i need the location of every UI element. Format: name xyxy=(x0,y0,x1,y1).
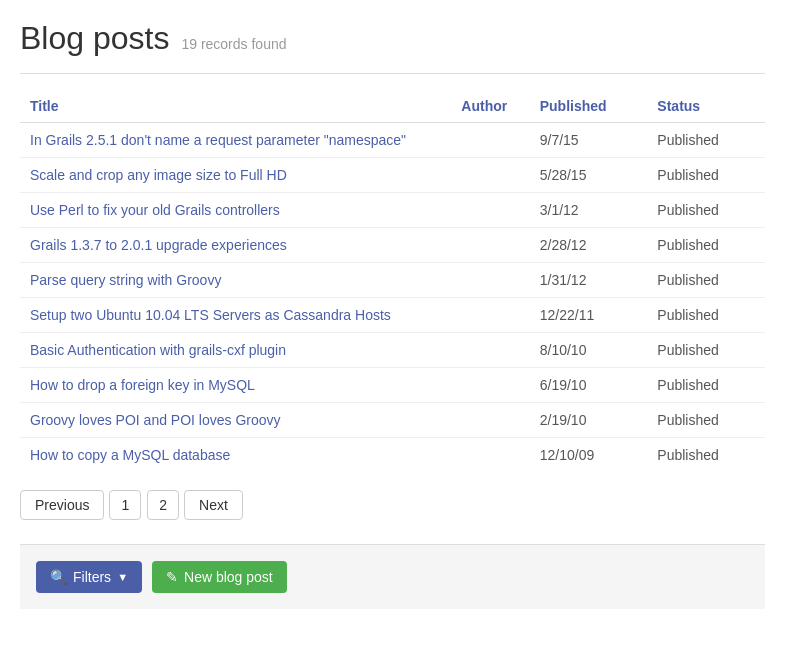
cell-author xyxy=(451,298,529,333)
cell-title: How to copy a MySQL database xyxy=(20,438,451,473)
cell-published: 1/31/12 xyxy=(530,263,648,298)
cell-title: In Grails 2.5.1 don't name a request par… xyxy=(20,123,451,158)
post-link[interactable]: Grails 1.3.7 to 2.0.1 upgrade experience… xyxy=(30,237,287,253)
cell-author xyxy=(451,193,529,228)
new-post-button[interactable]: ✎ New blog post xyxy=(152,561,287,593)
table-row: How to drop a foreign key in MySQL6/19/1… xyxy=(20,368,765,403)
cell-published: 9/7/15 xyxy=(530,123,648,158)
cell-status: Published xyxy=(647,228,765,263)
cell-status: Published xyxy=(647,298,765,333)
cell-status: Published xyxy=(647,263,765,298)
table-header-row: Title Author Published Status xyxy=(20,90,765,123)
cell-status: Published xyxy=(647,368,765,403)
cell-author xyxy=(451,263,529,298)
chevron-down-icon: ▼ xyxy=(117,571,128,583)
page-container: Blog posts 19 records found Title Author… xyxy=(0,0,785,629)
post-link[interactable]: Basic Authentication with grails-cxf plu… xyxy=(30,342,286,358)
post-link[interactable]: Groovy loves POI and POI loves Groovy xyxy=(30,412,281,428)
previous-button[interactable]: Previous xyxy=(20,490,104,520)
post-link[interactable]: How to copy a MySQL database xyxy=(30,447,230,463)
cell-status: Published xyxy=(647,333,765,368)
cell-author xyxy=(451,438,529,473)
cell-title: How to drop a foreign key in MySQL xyxy=(20,368,451,403)
table-row: In Grails 2.5.1 don't name a request par… xyxy=(20,123,765,158)
page-title: Blog posts xyxy=(20,20,169,57)
cell-status: Published xyxy=(647,438,765,473)
records-count: 19 records found xyxy=(181,36,286,52)
post-link[interactable]: Setup two Ubuntu 10.04 LTS Servers as Ca… xyxy=(30,307,391,323)
table-row: Scale and crop any image size to Full HD… xyxy=(20,158,765,193)
cell-status: Published xyxy=(647,158,765,193)
blog-posts-table: Title Author Published Status In Grails … xyxy=(20,90,765,472)
cell-published: 2/19/10 xyxy=(530,403,648,438)
cell-published: 12/22/11 xyxy=(530,298,648,333)
footer-bar: 🔍 Filters ▼ ✎ New blog post xyxy=(20,544,765,609)
post-link[interactable]: Use Perl to fix your old Grails controll… xyxy=(30,202,280,218)
table-header: Title Author Published Status xyxy=(20,90,765,123)
table-row: Use Perl to fix your old Grails controll… xyxy=(20,193,765,228)
cell-author xyxy=(451,158,529,193)
page-2-button[interactable]: 2 xyxy=(147,490,179,520)
filters-button[interactable]: 🔍 Filters ▼ xyxy=(36,561,142,593)
cell-title: Parse query string with Groovy xyxy=(20,263,451,298)
cell-author xyxy=(451,123,529,158)
new-post-label: New blog post xyxy=(184,569,273,585)
cell-author xyxy=(451,228,529,263)
filters-label: Filters xyxy=(73,569,111,585)
cell-author xyxy=(451,333,529,368)
cell-status: Published xyxy=(647,123,765,158)
search-icon: 🔍 xyxy=(50,569,67,585)
table-row: Setup two Ubuntu 10.04 LTS Servers as Ca… xyxy=(20,298,765,333)
table-row: Grails 1.3.7 to 2.0.1 upgrade experience… xyxy=(20,228,765,263)
cell-title: Groovy loves POI and POI loves Groovy xyxy=(20,403,451,438)
cell-published: 5/28/15 xyxy=(530,158,648,193)
cell-title: Scale and crop any image size to Full HD xyxy=(20,158,451,193)
pagination: Previous 1 2 Next xyxy=(20,490,765,520)
cell-published: 3/1/12 xyxy=(530,193,648,228)
plus-icon: ✎ xyxy=(166,569,178,585)
table-row: How to copy a MySQL database12/10/09Publ… xyxy=(20,438,765,473)
cell-author xyxy=(451,403,529,438)
table-row: Basic Authentication with grails-cxf plu… xyxy=(20,333,765,368)
post-link[interactable]: Scale and crop any image size to Full HD xyxy=(30,167,287,183)
cell-author xyxy=(451,368,529,403)
col-header-status: Status xyxy=(647,90,765,123)
col-header-title: Title xyxy=(20,90,451,123)
cell-status: Published xyxy=(647,193,765,228)
col-header-author: Author xyxy=(451,90,529,123)
cell-status: Published xyxy=(647,403,765,438)
cell-published: 2/28/12 xyxy=(530,228,648,263)
next-button[interactable]: Next xyxy=(184,490,243,520)
col-header-published: Published xyxy=(530,90,648,123)
cell-title: Use Perl to fix your old Grails controll… xyxy=(20,193,451,228)
cell-published: 8/10/10 xyxy=(530,333,648,368)
page-header: Blog posts 19 records found xyxy=(20,20,765,74)
post-link[interactable]: Parse query string with Groovy xyxy=(30,272,221,288)
page-1-button[interactable]: 1 xyxy=(109,490,141,520)
cell-published: 12/10/09 xyxy=(530,438,648,473)
table-body: In Grails 2.5.1 don't name a request par… xyxy=(20,123,765,473)
cell-title: Grails 1.3.7 to 2.0.1 upgrade experience… xyxy=(20,228,451,263)
post-link[interactable]: In Grails 2.5.1 don't name a request par… xyxy=(30,132,406,148)
post-link[interactable]: How to drop a foreign key in MySQL xyxy=(30,377,255,393)
cell-title: Setup two Ubuntu 10.04 LTS Servers as Ca… xyxy=(20,298,451,333)
table-row: Parse query string with Groovy1/31/12Pub… xyxy=(20,263,765,298)
cell-title: Basic Authentication with grails-cxf plu… xyxy=(20,333,451,368)
cell-published: 6/19/10 xyxy=(530,368,648,403)
table-row: Groovy loves POI and POI loves Groovy2/1… xyxy=(20,403,765,438)
